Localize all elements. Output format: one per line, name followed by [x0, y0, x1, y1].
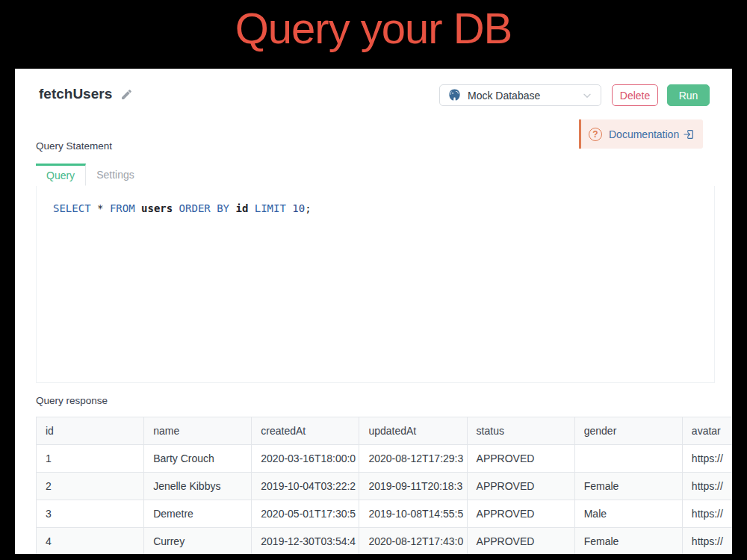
resource-selector-value: Mock Database: [468, 90, 581, 102]
query-response-table-container: id name createdAt updatedAt status gende…: [36, 417, 732, 554]
query-response-label: Query response: [36, 395, 108, 406]
table-row: 1 Barty Crouch 2020-03-16T18:00:0 2020-0…: [37, 445, 733, 473]
sql-token: users: [141, 202, 179, 214]
column-header-status: status: [467, 417, 574, 445]
cell: [574, 445, 682, 473]
sql-token: id: [235, 202, 254, 214]
cell: 2020-03-16T18:00:0: [252, 445, 359, 473]
chevron-down-icon: [581, 90, 593, 102]
table-row: 4 Currey 2019-12-30T03:54:4 2020-08-12T1…: [37, 528, 733, 555]
cell: https://: [682, 500, 732, 528]
table-header-row: id name createdAt updatedAt status gende…: [37, 417, 733, 445]
cell: Jenelle Kibbys: [144, 473, 252, 500]
cell: Female: [574, 473, 682, 500]
cell: APPROVED: [467, 473, 574, 500]
postgresql-icon: [447, 88, 462, 102]
cell: APPROVED: [467, 528, 574, 555]
cell: 2019-10-04T03:22:2: [252, 473, 359, 500]
cell: 3: [37, 500, 144, 528]
resource-selector-dropdown[interactable]: Mock Database: [439, 84, 601, 106]
sql-token: 10: [292, 202, 305, 214]
cell: https://: [682, 473, 732, 500]
sql-token: *: [97, 202, 110, 214]
cell: 2019-12-30T03:54:4: [252, 528, 359, 555]
cell: 4: [37, 528, 144, 555]
sql-code-editor[interactable]: SELECT * FROM users ORDER BY id LIMIT 10…: [36, 186, 715, 383]
column-header-createdat: createdAt: [252, 417, 359, 445]
cell: Demetre: [144, 500, 252, 528]
tab-query[interactable]: Query: [36, 164, 86, 186]
column-header-id: id: [37, 417, 144, 445]
cell: 2019-10-08T14:55:5: [359, 500, 467, 528]
query-statement-label: Query Statement: [36, 140, 112, 152]
open-docs-icon: [683, 128, 695, 140]
editor-tabs: Query Settings: [36, 164, 715, 187]
cell: Female: [574, 528, 682, 555]
sql-token: FROM: [110, 202, 141, 214]
delete-button[interactable]: Delete: [612, 84, 658, 106]
query-editor-panel: fetchUsers Mock Database Delete Run ? Do…: [15, 69, 732, 554]
column-header-updatedat: updatedAt: [359, 417, 467, 445]
query-name: fetchUsers: [39, 86, 112, 102]
cell: Male: [574, 500, 682, 528]
column-header-name: name: [144, 417, 252, 445]
edit-pencil-icon[interactable]: [120, 88, 133, 101]
tab-settings[interactable]: Settings: [86, 164, 145, 186]
cell: 2020-08-12T17:29:3: [359, 445, 467, 473]
query-response-table: id name createdAt updatedAt status gende…: [36, 417, 732, 554]
cell: https://: [682, 528, 732, 555]
sql-token: ;: [305, 202, 311, 214]
cell: APPROVED: [467, 445, 574, 473]
cell: https://: [682, 445, 732, 473]
cell: 2020-05-01T17:30:5: [252, 500, 359, 528]
question-circle-icon: ?: [589, 128, 602, 141]
documentation-link[interactable]: ? Documentation: [579, 119, 703, 149]
table-row: 2 Jenelle Kibbys 2019-10-04T03:22:2 2019…: [37, 473, 733, 500]
cell: 2019-09-11T20:18:3: [359, 473, 467, 500]
cell: APPROVED: [467, 500, 574, 528]
table-row: 3 Demetre 2020-05-01T17:30:5 2019-10-08T…: [37, 500, 733, 528]
column-header-gender: gender: [574, 417, 682, 445]
cell: 2: [37, 473, 144, 500]
column-header-avatar: avatar: [682, 417, 732, 445]
cell: Currey: [144, 528, 252, 555]
cell: Barty Crouch: [144, 445, 252, 473]
run-button[interactable]: Run: [667, 84, 710, 106]
sql-token: LIMIT: [255, 202, 293, 214]
cell: 2020-08-12T17:43:0: [359, 528, 467, 555]
sql-token: SELECT: [53, 202, 97, 214]
documentation-label: Documentation: [609, 128, 679, 140]
page-title: Query your DB: [0, 3, 747, 53]
sql-statement: SELECT * FROM users ORDER BY id LIMIT 10…: [53, 202, 311, 214]
sql-token: ORDER BY: [179, 202, 236, 214]
cell: 1: [37, 445, 144, 473]
